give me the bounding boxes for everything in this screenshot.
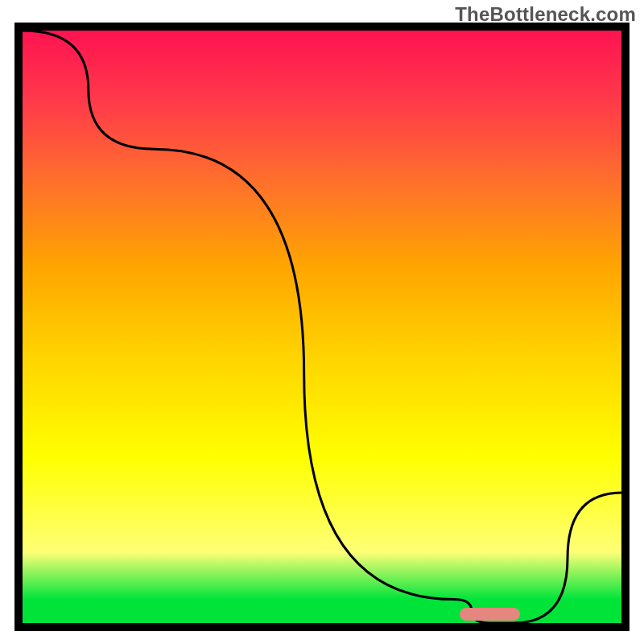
bottleneck-curve (23, 31, 621, 623)
plot-frame (14, 23, 630, 631)
optimal-range-marker (460, 608, 519, 621)
curve-path (23, 31, 621, 623)
plot-area (23, 31, 621, 623)
watermark-text: TheBottleneck.com (455, 3, 636, 26)
chart-container: TheBottleneck.com (0, 0, 644, 644)
